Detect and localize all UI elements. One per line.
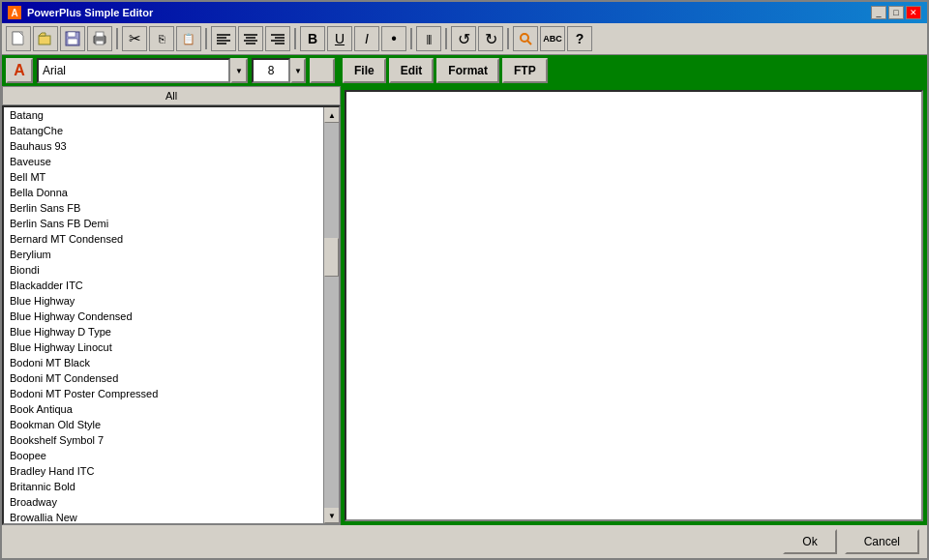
- edit-button[interactable]: Edit: [389, 58, 435, 83]
- svg-rect-7: [96, 32, 104, 37]
- svg-rect-8: [96, 41, 104, 44]
- list-item[interactable]: Blue Highway: [4, 293, 323, 309]
- left-panel: All BatangBatangCheBauhaus 93BaveuseBell…: [2, 86, 341, 525]
- font-selector: ▼: [37, 58, 248, 83]
- underline-button[interactable]: U: [327, 26, 352, 51]
- scrollbar-track[interactable]: [324, 123, 339, 508]
- file-button[interactable]: File: [343, 58, 386, 83]
- find-button[interactable]: [513, 26, 538, 51]
- list-item[interactable]: Bodoni MT Poster Compressed: [4, 386, 323, 401]
- separator-3: [294, 28, 296, 49]
- spellcheck-button[interactable]: ABC: [540, 26, 565, 51]
- scrollbar-thumb[interactable]: [324, 238, 339, 277]
- font-dropdown-button[interactable]: ▼: [230, 58, 248, 83]
- scroll-down-button[interactable]: ▼: [324, 508, 340, 523]
- size-spin-button[interactable]: ▼: [290, 58, 306, 83]
- list-item[interactable]: Bauhaus 93: [4, 138, 323, 154]
- list-item[interactable]: Berlin Sans FB: [4, 200, 323, 216]
- svg-line-22: [527, 41, 531, 44]
- list-item[interactable]: Bernard MT Condensed: [4, 231, 323, 247]
- svg-marker-2: [39, 33, 45, 36]
- cut-button[interactable]: ✂: [122, 26, 147, 51]
- main-area: All BatangBatangCheBauhaus 93BaveuseBell…: [2, 86, 927, 525]
- all-label[interactable]: All: [2, 86, 341, 105]
- scroll-up-button[interactable]: ▲: [324, 107, 340, 123]
- list-item[interactable]: Bradley Hand ITC: [4, 463, 323, 479]
- title-buttons: _ □ ✕: [871, 6, 921, 19]
- align-center-button[interactable]: [238, 26, 263, 51]
- spacer-button[interactable]: [310, 58, 335, 83]
- list-item[interactable]: Biondi: [4, 262, 323, 278]
- list-item[interactable]: Blue Highway Condensed: [4, 309, 323, 324]
- format-button[interactable]: Format: [436, 58, 499, 83]
- bold-button[interactable]: B: [300, 26, 325, 51]
- app-icon: A: [8, 6, 21, 19]
- list-item[interactable]: BatangChe: [4, 123, 323, 138]
- list-item[interactable]: Batang: [4, 107, 323, 123]
- list-item[interactable]: Britannic Bold: [4, 479, 323, 494]
- main-window: A PowerPlus Simple Editor _ □ ✕ ✂ ⎘ 📋: [0, 0, 929, 560]
- separator-6: [507, 28, 509, 49]
- list-item[interactable]: Blue Highway D Type: [4, 324, 323, 339]
- size-input[interactable]: [252, 58, 290, 83]
- ok-button[interactable]: Ok: [783, 529, 836, 554]
- print-button[interactable]: [87, 26, 112, 51]
- separator-5: [445, 28, 447, 49]
- text-area[interactable]: [345, 90, 923, 521]
- toolbar: ✂ ⎘ 📋 B U I • ||| ↺ ↻ ABC ?: [2, 23, 927, 55]
- bottom-bar: Ok Cancel: [2, 525, 927, 558]
- list-item[interactable]: Bodoni MT Condensed: [4, 370, 323, 386]
- separator-2: [205, 28, 207, 49]
- copy-button[interactable]: ⎘: [149, 26, 174, 51]
- svg-rect-4: [68, 32, 75, 37]
- close-button[interactable]: ✕: [906, 6, 921, 19]
- align-right-button[interactable]: [265, 26, 290, 51]
- size-selector: ▼: [252, 58, 306, 83]
- font-list[interactable]: BatangBatangCheBauhaus 93BaveuseBell MTB…: [4, 107, 323, 523]
- font-input[interactable]: [37, 58, 230, 83]
- list-item[interactable]: Bell MT: [4, 169, 323, 185]
- bullet-button[interactable]: •: [381, 26, 406, 51]
- barcode-button[interactable]: |||: [416, 26, 441, 51]
- list-item[interactable]: Baveuse: [4, 154, 323, 169]
- minimize-button[interactable]: _: [871, 6, 886, 19]
- font-label-icon: A: [14, 62, 25, 79]
- list-item[interactable]: Book Antiqua: [4, 401, 323, 417]
- undo-button[interactable]: ↺: [451, 26, 476, 51]
- separator-4: [410, 28, 412, 49]
- help-button[interactable]: ?: [567, 26, 592, 51]
- list-item[interactable]: Berlin Sans FB Demi: [4, 216, 323, 231]
- maximize-button[interactable]: □: [888, 6, 904, 19]
- nav-buttons: File Edit Format FTP: [343, 58, 548, 83]
- cancel-button[interactable]: Cancel: [845, 529, 919, 554]
- svg-point-21: [521, 34, 528, 42]
- font-list-container: BatangBatangCheBauhaus 93BaveuseBell MTB…: [2, 105, 341, 525]
- save-button[interactable]: [60, 26, 85, 51]
- list-item[interactable]: Bookman Old Style: [4, 417, 323, 432]
- list-item[interactable]: Boopee: [4, 448, 323, 463]
- open-button[interactable]: [33, 26, 58, 51]
- title-bar: A PowerPlus Simple Editor _ □ ✕: [2, 2, 927, 23]
- scrollbar: ▲ ▼: [323, 107, 339, 523]
- font-label-button[interactable]: A: [6, 58, 33, 83]
- window-title: PowerPlus Simple Editor: [27, 7, 153, 18]
- redo-button[interactable]: ↻: [478, 26, 503, 51]
- paste-button[interactable]: 📋: [176, 26, 201, 51]
- list-item[interactable]: Bella Donna: [4, 185, 323, 200]
- list-item[interactable]: Bookshelf Symbol 7: [4, 432, 323, 448]
- list-item[interactable]: Berylium: [4, 247, 323, 262]
- svg-rect-5: [68, 39, 77, 44]
- ftp-button[interactable]: FTP: [502, 58, 548, 83]
- list-item[interactable]: Blackadder ITC: [4, 278, 323, 293]
- italic-button[interactable]: I: [354, 26, 379, 51]
- separator-1: [116, 28, 118, 49]
- align-left-button[interactable]: [211, 26, 236, 51]
- svg-rect-1: [39, 36, 50, 44]
- title-bar-left: A PowerPlus Simple Editor: [8, 6, 153, 19]
- list-item[interactable]: Browallia New: [4, 510, 323, 523]
- list-item[interactable]: Bodoni MT Black: [4, 355, 323, 370]
- font-bar: A ▼ ▼ File Edit Format FTP: [2, 55, 927, 86]
- list-item[interactable]: Blue Highway Linocut: [4, 339, 323, 355]
- new-button[interactable]: [6, 26, 31, 51]
- list-item[interactable]: Broadway: [4, 494, 323, 510]
